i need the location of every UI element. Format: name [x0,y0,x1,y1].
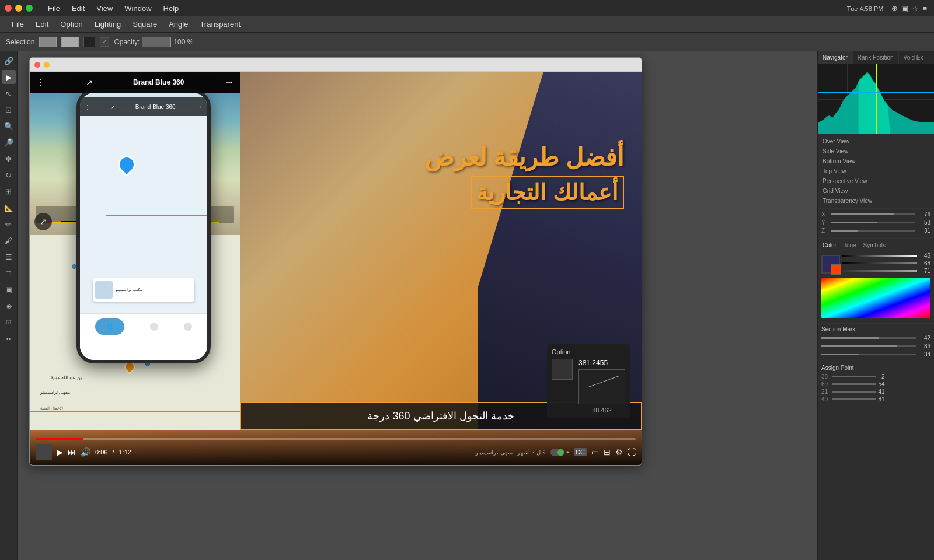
channel-name: متهى تراسيمينو [475,449,513,456]
preview-share-icon[interactable]: ↗ [86,78,93,87]
preview-expand-button[interactable]: ⤢ [34,213,52,230]
tab-navigator[interactable]: Navigator [818,51,853,64]
view-top[interactable]: Top View [818,166,934,176]
video-controls-row: ▶ ⏭ 🔊 0:06 / 1:12 متهى تراسيمينو قبل 2 أ… [36,444,636,460]
tool-view[interactable]: ◈ [2,299,16,313]
color-slider1[interactable] [842,255,917,257]
menu-angle-item[interactable]: Angle [163,18,194,31]
xyz-x-fill [831,214,894,215]
color-slider2[interactable] [842,262,917,264]
tool-rotate[interactable]: ↻ [2,168,16,182]
color-slider1-row: 45 [842,253,930,259]
play-button[interactable]: ▶ [57,447,63,457]
tool-extra2[interactable]: ▪▪ [2,331,16,345]
tool-move[interactable]: ✥ [2,152,16,166]
phone-arrow: → [196,103,203,111]
tab-void-ex[interactable]: Void Ex [899,51,929,64]
tool-grid[interactable]: ⊞ [2,184,16,198]
toolbar-color-input[interactable] [83,37,95,47]
tool-extra1[interactable]: ☑ [2,315,16,329]
view-transparency[interactable]: Transparency View [818,196,934,206]
settings-button[interactable]: ⚙ [615,447,623,457]
tool-link[interactable]: 🔗 [2,54,16,68]
histogram-crosshair-horizontal [818,92,934,93]
menu-view[interactable]: View [96,4,113,13]
menu-square-item[interactable]: Square [127,18,163,31]
forward-button[interactable]: ⏭ [68,447,76,457]
progress-bar-container[interactable] [36,438,636,440]
app-window: ⋮ ↗ Brand Blue 360 → قد تكون الصور محمية… [29,57,642,466]
view-side[interactable]: Side View [818,146,934,156]
tool-measure[interactable]: 📐 [2,201,16,215]
ap-slider3[interactable] [832,391,876,393]
left-toolbar: 🔗 ▶ ↖ ⊡ 🔍 🔎 ✥ ↻ ⊞ 📐 ✏ 🖌 ☰ ◻ ▣ ◈ ☑ ▪▪ [0,51,18,560]
color-slider3[interactable] [842,270,917,272]
ap-num1: 38 [821,373,831,380]
more-icon: ≡ [922,4,927,13]
toolbar-check[interactable]: ✓ [100,37,109,47]
ap-slider1[interactable] [832,376,876,377]
color-picker-area[interactable] [821,278,930,318]
menu-lighting-item[interactable]: Lighting [89,18,127,31]
view-grid[interactable]: Grid View [818,186,934,196]
color-swatch-main[interactable] [821,255,840,274]
phone-nav-items: 🌐 [80,314,207,340]
menu-help[interactable]: Help [163,4,179,13]
menu-option-item[interactable]: Option [54,18,88,31]
view-bottom[interactable]: Bottom View [818,156,934,166]
xyz-z-slider[interactable] [831,230,915,232]
menu-edit[interactable]: Edit [72,4,85,13]
fullscreen-button[interactable]: ⛶ [628,447,636,457]
tool-pen[interactable]: ✏ [2,217,16,231]
tool-search2[interactable]: 🔎 [2,135,16,149]
star-icon: ☆ [912,4,919,13]
menu-edit-item[interactable]: Edit [30,18,54,31]
xyz-x-slider[interactable] [831,214,915,215]
tool-eraser[interactable]: ◻ [2,266,16,280]
menu-file[interactable]: File [48,4,60,13]
color-tab-symbols[interactable]: Symbols [861,241,888,250]
tool-brush[interactable]: 🖌 [2,233,16,247]
ap-slider4[interactable] [832,398,876,400]
menu-file-item[interactable]: File [6,18,30,31]
toolbar-swatch1[interactable] [39,37,57,47]
win-close[interactable] [34,62,40,68]
ap-slider2[interactable] [832,383,876,385]
color-tab-color[interactable]: Color [820,241,839,250]
channel-icon [36,444,52,460]
color-tab-tone[interactable]: Tone [841,241,859,250]
minimize-button[interactable] [15,5,22,12]
volume-button[interactable]: 🔊 [81,447,90,457]
close-button[interactable] [5,5,12,12]
captions-button[interactable]: CC [574,448,587,456]
tool-select[interactable]: ▣ [2,282,16,296]
opacity-swatch[interactable] [142,37,171,47]
assign-point-title: Assign Point [821,365,930,371]
view-perspective[interactable]: Perspective View [818,176,934,186]
menu-window[interactable]: Window [124,4,151,13]
option-coord2: 88.462 [578,407,625,414]
view-overview[interactable]: Over View [818,136,934,146]
toolbar-swatch2[interactable] [61,37,79,47]
menu-transparent-item[interactable]: Transparent [194,18,246,31]
tab-rank-position[interactable]: Rank Position [853,51,899,64]
miniplayer-button[interactable]: ⊟ [604,447,611,457]
toggle-360[interactable]: ● [550,449,569,456]
xyz-y-slider[interactable] [831,222,915,223]
preview-menu-icon[interactable]: ⋮ [36,77,45,88]
tool-layers[interactable]: ☰ [2,250,16,264]
tool-play[interactable]: ▶ [2,70,16,84]
tool-arrow[interactable]: ↖ [2,86,16,100]
sm-slider2[interactable] [821,345,916,347]
color-swatch-secondary[interactable] [831,264,841,275]
win-min[interactable] [44,62,50,68]
phone-share: ↗ [110,104,115,110]
map-label3: بن عبد الله غونية [51,375,82,380]
theater-button[interactable]: ▭ [591,447,599,457]
sm-slider1[interactable] [821,337,916,339]
maximize-button[interactable] [26,5,33,12]
tool-search[interactable]: 🔍 [2,119,16,133]
preview-arrow-icon[interactable]: → [225,77,234,88]
tool-crop[interactable]: ⊡ [2,103,16,117]
sm-slider3[interactable] [821,354,916,355]
